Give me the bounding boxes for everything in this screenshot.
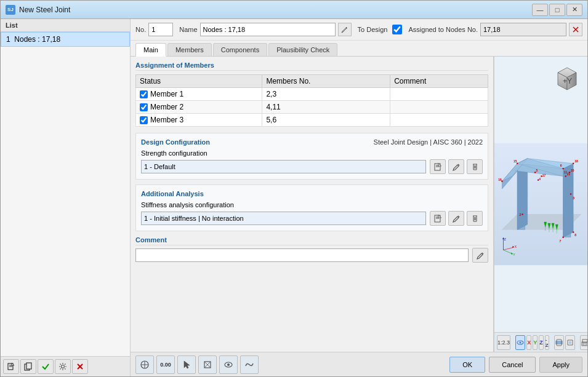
tabs-bar: Main Members Components Plausibility Che…	[131, 41, 587, 57]
new-button[interactable]	[3, 359, 19, 374]
node-tool-button[interactable]	[198, 355, 217, 374]
tab-members[interactable]: Members	[167, 43, 212, 56]
svg-point-55	[522, 213, 523, 215]
strength-new-button[interactable]	[430, 159, 446, 174]
maximize-button[interactable]: □	[549, 4, 565, 16]
tab-main[interactable]: Main	[135, 43, 166, 57]
viewport-render-mode[interactable]	[554, 335, 564, 350]
comment-row	[135, 248, 488, 263]
check-button[interactable]	[38, 359, 54, 374]
additional-analysis-section: Additional Analysis Stiffness analysis c…	[135, 185, 488, 231]
svg-point-5	[62, 365, 65, 368]
grid-tool-button[interactable]	[135, 355, 154, 374]
name-input[interactable]	[200, 23, 336, 36]
viewport-render-alt[interactable]	[565, 335, 575, 350]
svg-text:22: 22	[567, 173, 571, 176]
stiffness-new-button[interactable]	[430, 211, 446, 226]
ok-button[interactable]: OK	[449, 357, 485, 373]
main-window: SJ New Steel Joint — □ ✕ List 1 Nodes : …	[0, 0, 588, 377]
window-title: New Steel Joint	[19, 6, 532, 14]
viewport-z-axis[interactable]: Z	[539, 335, 544, 350]
close-button[interactable]: ✕	[566, 4, 582, 16]
viewport-toolbar: 1:2.3 X Y Z -Z	[494, 332, 587, 352]
members-table: Status Members No. Comment Member 1 2,3	[135, 74, 488, 127]
comment-select[interactable]	[135, 248, 469, 262]
viewport-x-axis[interactable]: X	[526, 335, 531, 350]
title-bar: SJ New Steel Joint — □ ✕	[1, 1, 587, 19]
minimize-button[interactable]: —	[532, 4, 548, 16]
svg-point-43	[565, 175, 566, 177]
cube-navigation[interactable]: +Y	[552, 62, 582, 92]
svg-text:11: 11	[564, 171, 568, 174]
member2-comment	[390, 101, 488, 114]
svg-text:8: 8	[574, 234, 576, 237]
col-comment: Comment	[390, 75, 488, 88]
copy-button[interactable]	[20, 359, 36, 374]
col-status: Status	[136, 75, 262, 88]
wave-tool-button[interactable]	[240, 355, 259, 374]
eye-tool-button[interactable]	[219, 355, 238, 374]
additional-analysis-title: Additional Analysis	[141, 190, 483, 197]
header-row: No. Name To Design Assigned to Nodes No.	[131, 19, 587, 41]
assigned-label: Assigned to Nodes No.	[408, 26, 478, 33]
cursor-tool-button[interactable]	[177, 355, 196, 374]
window-controls: — □ ✕	[532, 4, 582, 16]
viewport-zoom-label[interactable]: 1:2.3	[497, 335, 510, 350]
svg-text:+Y: +Y	[563, 77, 572, 85]
to-design-checkbox[interactable]	[392, 25, 402, 34]
svg-point-39	[573, 163, 574, 164]
table-row: Member 2 4,11	[136, 101, 488, 114]
member3-checkbox[interactable]	[140, 116, 148, 124]
settings-button[interactable]	[55, 359, 71, 374]
stiffness-delete-button[interactable]	[467, 211, 483, 226]
member3-comment	[390, 114, 488, 127]
svg-point-95	[227, 363, 230, 366]
table-row: Member 1 2,3	[136, 88, 488, 101]
svg-text:16: 16	[498, 178, 502, 181]
list-header: List	[1, 19, 130, 32]
cancel-button[interactable]: Cancel	[489, 357, 536, 373]
strength-edit-button[interactable]	[448, 159, 464, 174]
assigned-clear-button[interactable]	[569, 23, 582, 36]
comment-edit-button[interactable]	[472, 248, 488, 263]
member2-no: 4,11	[262, 101, 390, 114]
member2-checkbox[interactable]	[140, 103, 148, 111]
right-panel: No. Name To Design Assigned to Nodes No.	[131, 19, 587, 376]
svg-text:Z: Z	[504, 238, 506, 241]
svg-text:18: 18	[574, 160, 578, 163]
cube-icon: +Y	[552, 62, 582, 92]
stiffness-edit-button[interactable]	[448, 211, 464, 226]
assignment-section: Assignment of Members Status Members No.…	[135, 62, 488, 127]
comment-section: Comment	[135, 236, 488, 263]
svg-rect-4	[26, 363, 31, 369]
bottom-bar: 0.00 OK Cancel	[131, 352, 587, 376]
strength-delete-button[interactable]	[467, 159, 483, 174]
table-row: Member 3 5,6	[136, 114, 488, 127]
viewport-y-axis[interactable]: Y	[533, 335, 538, 350]
member1-checkbox[interactable]	[140, 90, 148, 98]
split-area: Assignment of Members Status Members No.…	[131, 57, 587, 352]
assignment-title: Assignment of Members	[135, 62, 488, 71]
tab-plausibility[interactable]: Plausibility Check	[268, 43, 337, 56]
list-item[interactable]: 1 Nodes : 17,18	[1, 32, 130, 47]
apply-button[interactable]: Apply	[539, 357, 582, 373]
no-field-group: No.	[135, 23, 173, 36]
name-edit-button[interactable]	[338, 23, 352, 36]
member3-no: 5,6	[262, 114, 390, 127]
bottom-right-buttons: OK Cancel Apply	[449, 357, 582, 373]
stiffness-select[interactable]: 1 - Initial stiffness | No interaction	[141, 212, 426, 225]
svg-text:15: 15	[513, 160, 517, 163]
viewport-eye-button[interactable]	[515, 335, 525, 350]
assigned-nodes-group: Assigned to Nodes No.	[408, 23, 582, 36]
tab-components[interactable]: Components	[213, 43, 267, 56]
app-icon: SJ	[6, 5, 15, 15]
inner-panel: Assignment of Members Status Members No.…	[131, 57, 493, 268]
viewport-print[interactable]	[580, 335, 587, 350]
strength-select-wrapper: 1 - Default	[141, 160, 426, 173]
zero-tool-button[interactable]: 0.00	[156, 355, 175, 374]
viewport-neg-z-axis[interactable]: -Z	[545, 335, 549, 350]
no-input[interactable]	[148, 23, 173, 36]
strength-select[interactable]: 1 - Default	[141, 160, 426, 173]
delete-button[interactable]	[72, 359, 88, 374]
left-form: Assignment of Members Status Members No.…	[131, 57, 494, 352]
